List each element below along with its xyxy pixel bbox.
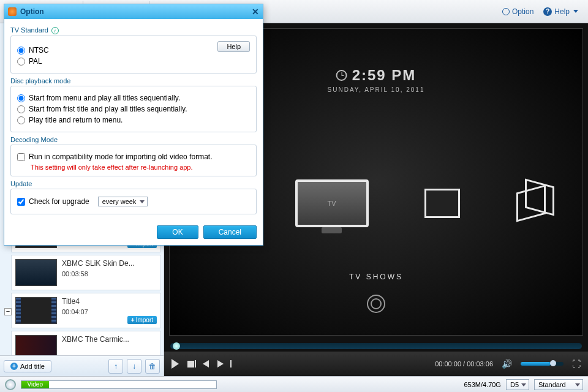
menu-icon-tv[interactable]: TV: [286, 170, 378, 237]
volume-thumb[interactable]: [550, 360, 556, 366]
radio-pb3[interactable]: Play title and return to menu.: [17, 116, 250, 124]
fullscreen-button[interactable]: ⛶: [572, 359, 581, 369]
clip-title: XBMC SLiK Skin De...: [62, 259, 141, 268]
clock-time: 2:59 PM: [328, 67, 425, 84]
help-icon: ?: [543, 7, 552, 16]
check-upgrade-input[interactable]: [17, 198, 25, 206]
stop-icon: [187, 361, 194, 368]
next-icon: [217, 360, 224, 368]
clip-title: Title4: [62, 297, 141, 306]
clock-block: 2:59 PM SUNDAY, APRIL 10, 2011: [328, 67, 425, 93]
radio-ntsc-input[interactable]: [17, 47, 25, 55]
check-compat-input[interactable]: [17, 153, 25, 161]
top-right: Option ? Help: [502, 7, 583, 16]
clip-title: XBMC The Carmic...: [62, 335, 141, 344]
capacity-text: 653M/4.70G: [464, 381, 501, 388]
play-button[interactable]: [172, 359, 179, 369]
chevron-down-icon: [573, 10, 578, 13]
group-label-tv: TV Standard i: [10, 26, 257, 34]
down-button[interactable]: [367, 295, 385, 313]
section-label: TV SHOWS: [349, 273, 403, 281]
disc-icon: [5, 379, 16, 390]
next-button[interactable]: [217, 360, 224, 368]
group-playback: Start from menu and play all titles sequ…: [10, 86, 257, 132]
move-up-button[interactable]: ↑: [108, 359, 123, 374]
stop-button[interactable]: [187, 361, 194, 368]
volume-slider[interactable]: [521, 362, 564, 366]
tv-inner-label: TV: [327, 200, 336, 207]
help-button[interactable]: Help: [217, 41, 250, 52]
radio-ntsc[interactable]: NTSC: [17, 46, 250, 55]
clock-icon: [336, 70, 347, 81]
app-icon: [8, 7, 17, 16]
clip-item[interactable]: XBMC SLiK Skin De... 00:03:58: [11, 255, 161, 290]
status-bar: Video 653M/4.70G D5 Standard: [0, 376, 588, 392]
player-bar: 00:00:00 / 00:03:06 🔊 ⛶: [164, 352, 588, 376]
cube-icon: [516, 189, 546, 218]
delete-button[interactable]: 🗑: [145, 359, 160, 374]
volume-icon: 🔊: [502, 359, 512, 369]
group-update: Check for upgrade every week: [10, 189, 257, 214]
arrow-down-icon: ↓: [132, 362, 136, 371]
capacity-fill: Video: [21, 381, 49, 388]
check-upgrade[interactable]: Check for upgrade every week: [17, 197, 250, 206]
capacity-bar: Video: [21, 380, 217, 389]
disc-type-combo[interactable]: D5: [506, 379, 529, 390]
cancel-button[interactable]: Cancel: [203, 225, 257, 239]
plus-icon: +: [10, 363, 18, 370]
add-title-button[interactable]: + Add title: [4, 360, 51, 372]
gear-icon: [502, 8, 510, 15]
dialog-title: Option: [20, 7, 252, 16]
photo-icon: [424, 189, 460, 218]
radio-pb1-input[interactable]: [17, 94, 25, 102]
dialog-footer: OK Cancel: [4, 222, 263, 245]
play-icon: [172, 359, 179, 369]
radio-pal-input[interactable]: [17, 58, 25, 66]
left-footer: + Add title ↑ ↓ 🗑: [0, 355, 164, 376]
radio-pb3-input[interactable]: [17, 116, 25, 124]
seek-thumb[interactable]: [173, 342, 180, 350]
clip-item[interactable]: XBMC The Carmic...: [11, 331, 161, 355]
group-label-update: Update: [10, 180, 257, 187]
add-title-label: Add title: [20, 363, 45, 370]
check-compat[interactable]: Run in compatibility mode for importing …: [17, 153, 250, 161]
tv-icon: TV: [295, 179, 369, 227]
group-tv-standard: Help NTSC PAL: [10, 36, 257, 74]
option-dialog: Option ✕ TV Standard i Help NTSC PAL Dis…: [4, 4, 263, 246]
volume-fill: [521, 362, 551, 366]
clip-time: 00:04:07: [62, 308, 157, 315]
radio-pb2[interactable]: Start from frist title and play all titl…: [17, 105, 250, 113]
arrow-up-icon: ↑: [114, 362, 118, 371]
seek-bar[interactable]: [170, 343, 582, 349]
trash-icon: 🗑: [149, 362, 156, 371]
group-label-playback: Disc playback mode: [10, 77, 257, 85]
dialog-body: TV Standard i Help NTSC PAL Disc playbac…: [4, 19, 263, 222]
clip-thumbnail: [15, 259, 57, 286]
menu-icon-programs[interactable]: [507, 184, 556, 222]
radio-pb1[interactable]: Start from menu and play all titles sequ…: [17, 94, 250, 102]
move-down-button[interactable]: ↓: [127, 359, 141, 374]
clip-thumbnail: [15, 297, 57, 324]
prev-button[interactable]: [203, 360, 209, 368]
clip-item[interactable]: Title4 00:04:07 Import: [11, 293, 161, 328]
clip-thumbnail: [15, 335, 57, 355]
clip-info: XBMC SLiK Skin De... 00:03:58: [62, 259, 157, 286]
clock-date: SUNDAY, APRIL 10, 2011: [328, 86, 425, 93]
clip-info: XBMC The Carmic...: [62, 335, 157, 355]
quality-combo[interactable]: Standard: [534, 379, 583, 390]
dialog-titlebar[interactable]: Option ✕: [4, 4, 263, 19]
close-button[interactable]: ✕: [252, 7, 259, 17]
help-label: Help: [554, 7, 570, 16]
option-label: Option: [512, 7, 533, 16]
radio-pb2-input[interactable]: [17, 105, 25, 113]
compat-warning: This setting will only take effect after…: [31, 164, 250, 171]
group-label-decode: Decoding Mode: [10, 136, 257, 143]
option-link[interactable]: Option: [502, 7, 533, 16]
info-icon[interactable]: i: [51, 27, 59, 34]
help-link[interactable]: ? Help: [543, 7, 578, 16]
menu-icon-photos[interactable]: [418, 184, 467, 222]
ok-button[interactable]: OK: [157, 225, 198, 239]
radio-pal[interactable]: PAL: [17, 57, 250, 66]
import-button[interactable]: Import: [127, 316, 157, 324]
update-frequency-combo[interactable]: every week: [98, 197, 148, 206]
